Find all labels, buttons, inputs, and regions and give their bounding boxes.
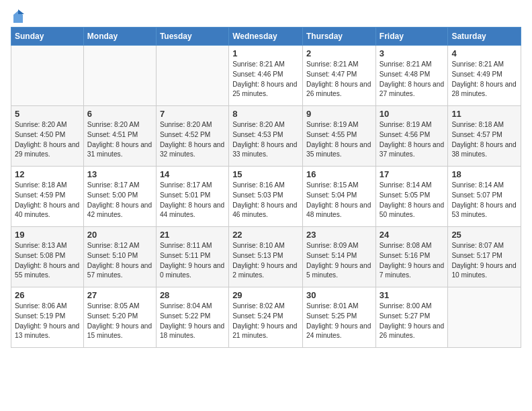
calendar-cell: 1Sunrise: 8:21 AMSunset: 4:46 PMDaylight… (229, 46, 303, 106)
calendar-cell: 20Sunrise: 8:12 AMSunset: 5:10 PMDayligh… (83, 227, 156, 287)
day-info: Sunrise: 8:09 AMSunset: 5:14 PMDaylight:… (306, 241, 372, 281)
day-info: Sunrise: 8:15 AMSunset: 5:04 PMDaylight:… (306, 181, 372, 220)
weekday-header-wednesday: Wednesday (229, 28, 303, 46)
weekday-header-sunday: Sunday (11, 28, 84, 46)
day-number: 4 (451, 48, 517, 58)
week-row-1: 1Sunrise: 8:21 AMSunset: 4:46 PMDaylight… (11, 46, 521, 106)
calendar-cell: 16Sunrise: 8:15 AMSunset: 5:04 PMDayligh… (303, 167, 376, 227)
day-info: Sunrise: 8:21 AMSunset: 4:47 PMDaylight:… (306, 60, 372, 99)
calendar-cell: 3Sunrise: 8:21 AMSunset: 4:48 PMDaylight… (375, 46, 448, 106)
header (11, 7, 521, 23)
day-info: Sunrise: 8:14 AMSunset: 5:07 PMDaylight:… (451, 181, 517, 220)
page: SundayMondayTuesdayWednesdayThursdayFrid… (0, 0, 532, 359)
calendar-cell: 13Sunrise: 8:17 AMSunset: 5:00 PMDayligh… (83, 167, 156, 227)
day-number: 18 (451, 169, 517, 179)
day-info: Sunrise: 8:21 AMSunset: 4:49 PMDaylight:… (451, 60, 517, 99)
day-number: 25 (451, 230, 517, 240)
calendar-cell: 22Sunrise: 8:10 AMSunset: 5:13 PMDayligh… (229, 227, 303, 287)
calendar-cell: 24Sunrise: 8:08 AMSunset: 5:16 PMDayligh… (375, 227, 448, 287)
logo-icon (12, 9, 24, 24)
day-number: 14 (160, 169, 225, 179)
weekday-header-tuesday: Tuesday (156, 28, 228, 46)
day-number: 28 (160, 290, 225, 300)
calendar-cell: 19Sunrise: 8:13 AMSunset: 5:08 PMDayligh… (11, 227, 84, 287)
weekday-header-saturday: Saturday (448, 28, 521, 46)
day-info: Sunrise: 8:02 AMSunset: 5:24 PMDaylight:… (232, 302, 299, 341)
day-number: 27 (87, 290, 152, 300)
calendar-cell: 26Sunrise: 8:06 AMSunset: 5:19 PMDayligh… (11, 287, 84, 348)
day-number: 24 (380, 230, 445, 240)
calendar-cell: 10Sunrise: 8:19 AMSunset: 4:56 PMDayligh… (375, 106, 448, 167)
calendar-cell: 21Sunrise: 8:11 AMSunset: 5:11 PMDayligh… (156, 227, 228, 287)
day-info: Sunrise: 8:19 AMSunset: 4:56 PMDaylight:… (380, 120, 445, 160)
calendar-cell: 15Sunrise: 8:16 AMSunset: 5:03 PMDayligh… (229, 167, 303, 227)
day-info: Sunrise: 8:20 AMSunset: 4:52 PMDaylight:… (160, 120, 225, 160)
day-number: 12 (15, 169, 80, 179)
calendar-cell: 2Sunrise: 8:21 AMSunset: 4:47 PMDaylight… (303, 46, 376, 106)
day-info: Sunrise: 8:20 AMSunset: 4:51 PMDaylight:… (87, 120, 152, 160)
calendar-cell: 30Sunrise: 8:01 AMSunset: 5:25 PMDayligh… (303, 287, 376, 348)
day-number: 1 (232, 48, 299, 58)
calendar-cell: 7Sunrise: 8:20 AMSunset: 4:52 PMDaylight… (156, 106, 228, 167)
day-info: Sunrise: 8:20 AMSunset: 4:50 PMDaylight:… (15, 120, 80, 160)
calendar-cell: 17Sunrise: 8:14 AMSunset: 5:05 PMDayligh… (375, 167, 448, 227)
calendar-cell: 23Sunrise: 8:09 AMSunset: 5:14 PMDayligh… (303, 227, 376, 287)
calendar-cell: 27Sunrise: 8:05 AMSunset: 5:20 PMDayligh… (83, 287, 156, 348)
day-number: 17 (380, 169, 445, 179)
day-number: 30 (306, 290, 372, 300)
day-info: Sunrise: 8:21 AMSunset: 4:46 PMDaylight:… (232, 60, 299, 99)
day-number: 5 (15, 109, 80, 119)
weekday-header-monday: Monday (83, 28, 156, 46)
day-number: 3 (380, 48, 445, 58)
calendar-cell: 8Sunrise: 8:20 AMSunset: 4:53 PMDaylight… (229, 106, 303, 167)
calendar-cell: 14Sunrise: 8:17 AMSunset: 5:01 PMDayligh… (156, 167, 228, 227)
calendar-cell: 5Sunrise: 8:20 AMSunset: 4:50 PMDaylight… (11, 106, 84, 167)
day-number: 9 (306, 109, 372, 119)
day-info: Sunrise: 8:20 AMSunset: 4:53 PMDaylight:… (232, 120, 299, 160)
day-info: Sunrise: 8:06 AMSunset: 5:19 PMDaylight:… (15, 302, 80, 341)
day-info: Sunrise: 8:18 AMSunset: 4:57 PMDaylight:… (451, 120, 517, 160)
calendar-cell: 28Sunrise: 8:04 AMSunset: 5:22 PMDayligh… (156, 287, 228, 348)
day-number: 15 (232, 169, 299, 179)
calendar-cell: 4Sunrise: 8:21 AMSunset: 4:49 PMDaylight… (448, 46, 521, 106)
day-number: 20 (87, 230, 152, 240)
day-info: Sunrise: 8:21 AMSunset: 4:48 PMDaylight:… (380, 60, 445, 99)
day-info: Sunrise: 8:12 AMSunset: 5:10 PMDaylight:… (87, 241, 152, 281)
day-number: 2 (306, 48, 372, 58)
calendar-cell: 12Sunrise: 8:18 AMSunset: 4:59 PMDayligh… (11, 167, 84, 227)
day-info: Sunrise: 8:10 AMSunset: 5:13 PMDaylight:… (232, 241, 299, 281)
calendar-cell: 11Sunrise: 8:18 AMSunset: 4:57 PMDayligh… (448, 106, 521, 167)
day-number: 10 (380, 109, 445, 119)
svg-marker-1 (18, 9, 24, 14)
weekday-header-friday: Friday (375, 28, 448, 46)
calendar-cell (448, 287, 521, 348)
calendar-cell (11, 46, 84, 106)
logo (11, 9, 24, 23)
day-number: 26 (15, 290, 80, 300)
day-number: 11 (451, 109, 517, 119)
day-info: Sunrise: 8:17 AMSunset: 5:00 PMDaylight:… (87, 181, 152, 220)
day-info: Sunrise: 8:11 AMSunset: 5:11 PMDaylight:… (160, 241, 225, 281)
weekday-header-thursday: Thursday (303, 28, 376, 46)
day-number: 8 (232, 109, 299, 119)
day-number: 7 (160, 109, 225, 119)
day-info: Sunrise: 8:07 AMSunset: 5:17 PMDaylight:… (451, 241, 517, 281)
day-info: Sunrise: 8:04 AMSunset: 5:22 PMDaylight:… (160, 302, 225, 341)
calendar-cell: 6Sunrise: 8:20 AMSunset: 4:51 PMDaylight… (83, 106, 156, 167)
calendar-cell: 29Sunrise: 8:02 AMSunset: 5:24 PMDayligh… (229, 287, 303, 348)
day-info: Sunrise: 8:13 AMSunset: 5:08 PMDaylight:… (15, 241, 80, 281)
day-info: Sunrise: 8:05 AMSunset: 5:20 PMDaylight:… (87, 302, 152, 341)
day-number: 13 (87, 169, 152, 179)
calendar-cell (83, 46, 156, 106)
calendar-cell: 25Sunrise: 8:07 AMSunset: 5:17 PMDayligh… (448, 227, 521, 287)
week-row-4: 19Sunrise: 8:13 AMSunset: 5:08 PMDayligh… (11, 227, 521, 287)
calendar-cell (156, 46, 228, 106)
day-number: 29 (232, 290, 299, 300)
day-info: Sunrise: 8:00 AMSunset: 5:27 PMDaylight:… (380, 302, 445, 341)
day-info: Sunrise: 8:16 AMSunset: 5:03 PMDaylight:… (232, 181, 299, 220)
day-info: Sunrise: 8:14 AMSunset: 5:05 PMDaylight:… (380, 181, 445, 220)
calendar-cell: 31Sunrise: 8:00 AMSunset: 5:27 PMDayligh… (375, 287, 448, 348)
day-number: 23 (306, 230, 372, 240)
day-number: 16 (306, 169, 372, 179)
day-number: 6 (87, 109, 152, 119)
